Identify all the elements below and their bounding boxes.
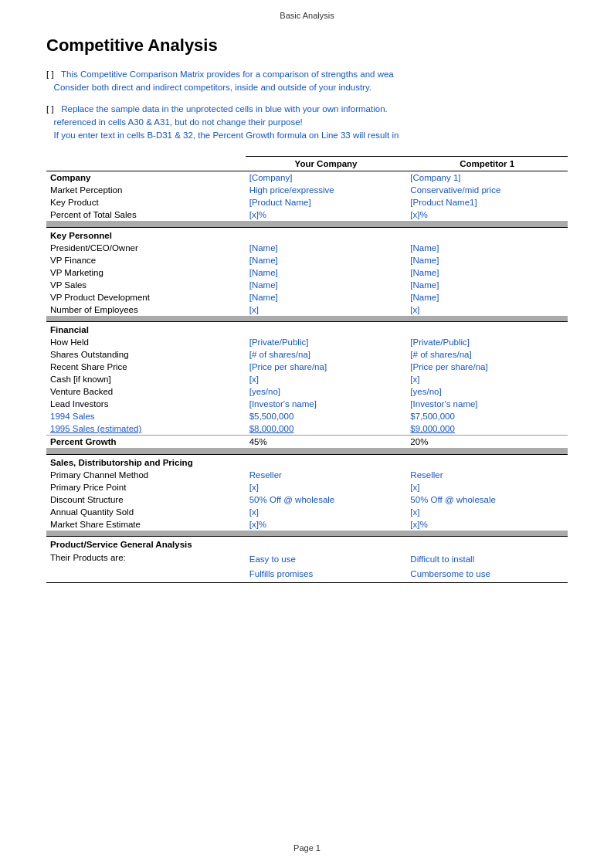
table-row: VP Product Development [Name] [Name] xyxy=(46,291,568,303)
val-1995-sales-your: $8,000,000 xyxy=(246,422,407,436)
table-row: VP Finance [Name] [Name] xyxy=(46,254,568,266)
label-cash: Cash [if known] xyxy=(46,373,246,385)
table-row: Cash [if known] [x] [x] xyxy=(46,373,568,385)
section-title-key-personnel: Key Personnel xyxy=(46,227,568,242)
val-cash-comp1: [x] xyxy=(406,373,568,385)
val-1994-sales-your: $5,500,000 xyxy=(246,410,407,422)
val-market-perception-your: High price/expressive xyxy=(246,184,407,196)
comparison-table: Your Company Competitor 1 Company [Compa… xyxy=(46,156,568,584)
col-label-header xyxy=(46,157,246,171)
val-cash-your: [x] xyxy=(246,373,407,385)
val-vp-sales-comp1: [Name] xyxy=(406,279,568,291)
section-spacer xyxy=(46,448,568,454)
bracket-2: [ ] xyxy=(46,104,54,114)
label-price-point: Primary Price Point xyxy=(46,481,246,493)
label-their-products: Their Products are: xyxy=(46,551,246,582)
val-key-product-comp1: [Product Name1] xyxy=(406,196,568,209)
table-row: Lead Investors [Investor's name] [Invest… xyxy=(46,398,568,410)
section-title-product: Product/Service General Analysis xyxy=(46,537,568,551)
label-percent-growth: Percent Growth xyxy=(46,436,246,449)
label-1994-sales: 1994 Sales xyxy=(46,410,246,422)
table-row: Primary Channel Method Reseller Reseller xyxy=(46,469,568,481)
table-header-row: Your Company Competitor 1 xyxy=(46,157,568,171)
table-row: Annual Quantity Sold [x] [x] xyxy=(46,506,568,518)
val-percent-growth-comp1: 20% xyxy=(406,436,568,449)
page-footer: Page 1 xyxy=(0,843,614,853)
header-title: Basic Analysis xyxy=(280,11,334,20)
label-share-price: Recent Share Price xyxy=(46,361,246,373)
footer-text: Page 1 xyxy=(293,843,321,853)
val-shares-your: [# of shares/na] xyxy=(246,348,407,361)
val-vp-finance-comp1: [Name] xyxy=(406,254,568,266)
table-row: 1994 Sales $5,500,000 $7,500,000 xyxy=(46,410,568,422)
label-vp-finance: VP Finance xyxy=(46,254,246,266)
val-percent-sales-comp1: [x]% xyxy=(406,209,568,221)
val-president-your: [Name] xyxy=(246,242,407,254)
val-market-perception-comp1: Conservative/mid price xyxy=(406,184,568,196)
val-products-your: Easy to useFulfills promises xyxy=(246,551,407,582)
val-vp-sales-your: [Name] xyxy=(246,279,407,291)
label-president: President/CEO/Owner xyxy=(46,242,246,254)
val-discount-comp1: 50% Off @ wholesale xyxy=(406,493,568,506)
val-lead-investors-comp1: [Investor's name] xyxy=(406,398,568,410)
val-market-share-your: [x]% xyxy=(246,518,407,531)
label-percent-sales: Percent of Total Sales xyxy=(46,209,246,221)
table-row: Market Perception High price/expressive … xyxy=(46,184,568,196)
table-row: VP Marketing [Name] [Name] xyxy=(46,266,568,279)
label-vp-product: VP Product Development xyxy=(46,291,246,303)
table-row: Primary Price Point [x] [x] xyxy=(46,481,568,493)
label-market-perception: Market Perception xyxy=(46,184,246,196)
val-discount-your: 50% Off @ wholesale xyxy=(246,493,407,506)
val-annual-qty-your: [x] xyxy=(246,506,407,518)
val-primary-channel-your: Reseller xyxy=(246,469,407,481)
val-vp-marketing-comp1: [Name] xyxy=(406,266,568,279)
val-vp-marketing-your: [Name] xyxy=(246,266,407,279)
table-row: Percent Growth 45% 20% xyxy=(46,436,568,449)
label-1995-sales: 1995 Sales (estimated) xyxy=(46,422,246,436)
section-title-sales: Sales, Distributorship and Pricing xyxy=(46,454,568,469)
table-row: Discount Structure 50% Off @ wholesale 5… xyxy=(46,493,568,506)
table-row: Their Products are: Easy to useFulfills … xyxy=(46,551,568,582)
table-row: Market Share Estimate [x]% [x]% xyxy=(46,518,568,531)
page-header: Basic Analysis xyxy=(0,0,614,28)
table-row: Number of Employees [x] [x] xyxy=(46,303,568,316)
table-row: 1995 Sales (estimated) $8,000,000 $9,000… xyxy=(46,422,568,436)
main-content: Competitive Analysis [ ] This Competitiv… xyxy=(0,28,614,615)
val-1994-sales-comp1: $7,500,000 xyxy=(406,410,568,422)
val-lead-investors-your: [Investor's name] xyxy=(246,398,407,410)
val-vp-product-your: [Name] xyxy=(246,291,407,303)
label-lead-investors: Lead Investors xyxy=(46,398,246,410)
val-key-product-your: [Product Name] xyxy=(246,196,407,209)
val-share-price-comp1: [Price per share/na] xyxy=(406,361,568,373)
section-spacer xyxy=(46,531,568,537)
table-row: How Held [Private/Public] [Private/Publi… xyxy=(46,336,568,348)
val-primary-channel-comp1: Reseller xyxy=(406,469,568,481)
val-company-comp1: [Company 1] xyxy=(406,171,568,185)
val-vp-finance-your: [Name] xyxy=(246,254,407,266)
section-spacer xyxy=(46,316,568,322)
label-shares: Shares Outstanding xyxy=(46,348,246,361)
page-title: Competitive Analysis xyxy=(46,36,568,56)
label-how-held: How Held xyxy=(46,336,246,348)
table-row: President/CEO/Owner [Name] [Name] xyxy=(46,242,568,254)
label-key-product: Key Product xyxy=(46,196,246,209)
val-how-held-comp1: [Private/Public] xyxy=(406,336,568,348)
label-primary-channel: Primary Channel Method xyxy=(46,469,246,481)
val-venture-your: [yes/no] xyxy=(246,385,407,398)
bracket-1: [ ] xyxy=(46,70,54,79)
val-how-held-your: [Private/Public] xyxy=(246,336,407,348)
table-row: Key Product [Product Name] [Product Name… xyxy=(46,196,568,209)
val-price-point-comp1: [x] xyxy=(406,481,568,493)
col-competitor1-header: Competitor 1 xyxy=(406,157,568,171)
label-vp-marketing: VP Marketing xyxy=(46,266,246,279)
instruction-1: [ ] This Competitive Comparison Matrix p… xyxy=(46,68,568,95)
table-row: Shares Outstanding [# of shares/na] [# o… xyxy=(46,348,568,361)
val-annual-qty-comp1: [x] xyxy=(406,506,568,518)
label-vp-sales: VP Sales xyxy=(46,279,246,291)
label-annual-qty: Annual Quantity Sold xyxy=(46,506,246,518)
instruction-2: [ ] Replace the sample data in the unpro… xyxy=(46,103,568,143)
label-company: Company xyxy=(46,171,246,185)
val-percent-growth-your: 45% xyxy=(246,436,407,449)
val-market-share-comp1: [x]% xyxy=(406,518,568,531)
val-num-employees-comp1: [x] xyxy=(406,303,568,316)
